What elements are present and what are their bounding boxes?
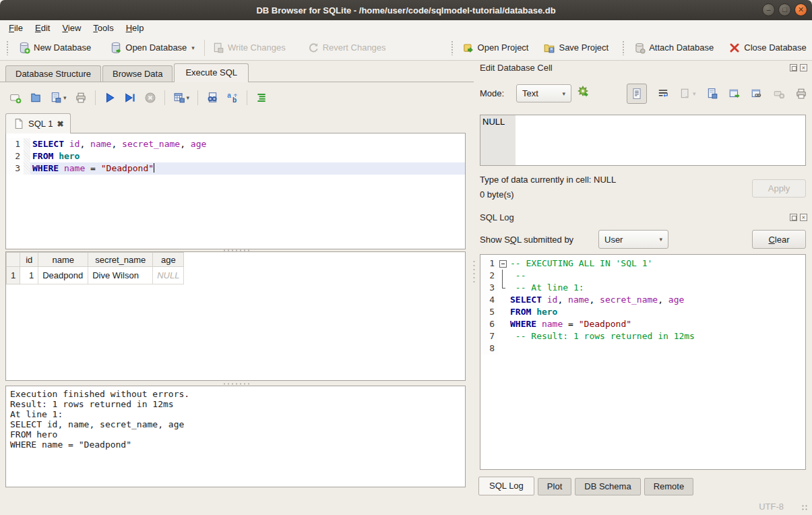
encoding-indicator[interactable]: UTF-8 xyxy=(759,502,784,512)
code-line-7: 7 -- Result: 1 rows returned in 12ms xyxy=(480,330,805,342)
tab-sql-1[interactable]: SQL 1 ✖ xyxy=(5,113,71,133)
stop-execution-icon[interactable] xyxy=(144,92,156,104)
open-project-button[interactable]: Open Project xyxy=(460,39,532,57)
message-line: Execution finished without errors. xyxy=(10,389,461,399)
results-grid[interactable]: idnamesecret_nameage 11DeadpondDive Wils… xyxy=(5,251,466,381)
attach-database-button[interactable]: Attach Database xyxy=(631,39,716,57)
find-icon[interactable] xyxy=(206,92,218,104)
log-filter-combobox[interactable]: User▾ xyxy=(598,230,668,249)
column-header-name[interactable]: name xyxy=(38,253,88,267)
clear-log-button[interactable]: Clear xyxy=(752,230,806,249)
tab-sql-log[interactable]: SQL Log xyxy=(478,477,534,495)
apply-button[interactable]: Apply xyxy=(752,179,806,198)
vertical-splitter-handle[interactable] xyxy=(472,260,476,282)
sql-editor[interactable]: 1SELECT id, name, secret_name, age2FROM … xyxy=(5,133,466,249)
print-sql-icon[interactable] xyxy=(75,92,87,104)
edit-cell-dock-buttons: ✕ xyxy=(790,64,807,71)
toolbar-drag-handle[interactable] xyxy=(622,40,625,55)
open-database-icon xyxy=(110,42,122,54)
replace-icon[interactable]: ab xyxy=(226,92,239,104)
tab-plot[interactable]: Plot xyxy=(538,478,571,495)
menu-file[interactable]: File xyxy=(3,22,29,34)
sql-log-view[interactable]: 1-- EXECUTING ALL IN 'SQL 1'2 --3 -- At … xyxy=(480,254,806,470)
revert-changes-button[interactable]: Revert Changes xyxy=(305,39,389,57)
cell-id[interactable]: 1 xyxy=(20,267,38,284)
corner-header xyxy=(7,253,20,267)
close-sql-tab-icon[interactable]: ✖ xyxy=(57,119,63,129)
cell-secret-name[interactable]: Dive Wilson xyxy=(88,267,153,284)
tab-database-structure[interactable]: Database Structure xyxy=(5,65,101,82)
cell-name[interactable]: Deadpond xyxy=(38,267,88,284)
sql-log-dock-title: SQL Log xyxy=(480,212,514,222)
fold-marker xyxy=(498,270,508,282)
close-button[interactable]: ✕ xyxy=(794,3,807,16)
float-dock-icon[interactable] xyxy=(790,214,797,221)
results-table: idnamesecret_nameage 11DeadpondDive Wils… xyxy=(6,252,184,284)
text-mode-icon[interactable] xyxy=(627,84,647,104)
open-in-external-icon[interactable] xyxy=(728,88,741,100)
set-null-icon[interactable] xyxy=(773,88,785,100)
minimize-button[interactable]: – xyxy=(762,3,775,16)
tab-browse-data[interactable]: Browse Data xyxy=(102,65,173,82)
open-database-button[interactable]: Open Database ▾ xyxy=(107,39,197,57)
tab-execute-sql[interactable]: Execute SQL xyxy=(174,63,249,82)
new-database-button[interactable]: New Database xyxy=(15,39,94,57)
row-header[interactable]: 1 xyxy=(7,267,20,284)
apply-mode-icon[interactable] xyxy=(577,85,589,97)
cell-value-editor[interactable]: NULL xyxy=(480,115,806,166)
cell-value: NULL xyxy=(482,117,505,127)
results-header-row: idnamesecret_nameage xyxy=(7,253,184,267)
write-changes-button[interactable]: Write Changes xyxy=(210,39,288,57)
code-line-6: 6WHERE name = "Deadpond" xyxy=(480,318,805,330)
toolbar-separator xyxy=(247,90,247,105)
close-dock-icon[interactable]: ✕ xyxy=(800,64,807,71)
open-database-dropdown-icon[interactable]: ▾ xyxy=(191,44,195,51)
execute-all-icon[interactable] xyxy=(104,92,116,104)
column-header-id[interactable]: id xyxy=(20,253,38,267)
column-header-secret-name[interactable]: secret_name xyxy=(88,253,153,267)
save-sql-file-icon[interactable]: ▾ xyxy=(50,92,67,104)
message-line: FROM hero xyxy=(10,429,461,440)
menu-help[interactable]: Help xyxy=(120,22,150,34)
fold-column xyxy=(498,318,508,330)
save-project-button[interactable]: Save Project xyxy=(540,39,611,57)
print-cell-icon[interactable] xyxy=(795,88,807,100)
message-line: WHERE name = "Deadpond" xyxy=(10,440,461,450)
cell-size-info: 0 byte(s) xyxy=(480,189,514,200)
maximize-button[interactable]: □ xyxy=(778,3,791,16)
fold-marker xyxy=(498,282,508,294)
toolbar-drag-handle[interactable] xyxy=(6,40,9,55)
format-sql-icon[interactable] xyxy=(255,92,268,104)
fold-marker[interactable] xyxy=(498,258,508,270)
open-sql-file-icon[interactable] xyxy=(30,92,42,104)
main-toolbar: New Database Open Database ▾ Write Chang… xyxy=(0,35,812,61)
float-dock-icon[interactable] xyxy=(790,64,797,71)
export-results-icon[interactable]: ▾ xyxy=(173,92,190,104)
new-sql-tab-icon[interactable] xyxy=(9,92,22,104)
word-wrap-icon[interactable] xyxy=(657,88,669,100)
toolbar-separator xyxy=(197,90,198,105)
code-line-1: 1SELECT id, name, secret_name, age xyxy=(6,138,465,150)
execution-message[interactable]: Execution finished without errors.Result… xyxy=(5,386,466,487)
export-data-icon[interactable] xyxy=(706,88,718,100)
menu-tools[interactable]: Tools xyxy=(87,22,119,34)
tab-db-schema[interactable]: DB Schema xyxy=(575,478,640,495)
copy-link-icon[interactable] xyxy=(751,88,763,100)
toolbar-drag-handle[interactable] xyxy=(451,40,454,55)
save-project-icon xyxy=(543,42,555,54)
menu-view[interactable]: View xyxy=(56,22,87,34)
export-dropdown-icon[interactable]: ▾ xyxy=(187,94,190,101)
execute-current-line-icon[interactable] xyxy=(124,92,136,104)
menu-edit[interactable]: Edit xyxy=(29,22,56,34)
column-header-age[interactable]: age xyxy=(153,253,184,267)
titlebar[interactable]: DB Browser for SQLite - /home/user/code/… xyxy=(0,0,812,20)
message-line: At line 1: xyxy=(10,409,461,419)
mode-combobox[interactable]: Text▾ xyxy=(516,84,571,102)
close-database-button[interactable]: Close Database xyxy=(726,39,809,57)
resize-grip-icon[interactable] xyxy=(801,504,808,511)
tab-remote[interactable]: Remote xyxy=(644,478,694,495)
close-dock-icon[interactable]: ✕ xyxy=(800,214,807,221)
cell-age[interactable]: NULL xyxy=(153,267,184,284)
import-data-icon[interactable]: ▾ xyxy=(679,88,696,100)
save-sql-dropdown-icon[interactable]: ▾ xyxy=(63,94,67,101)
